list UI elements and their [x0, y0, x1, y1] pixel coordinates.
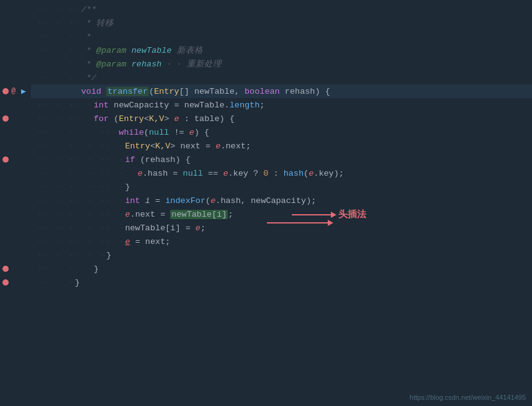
gutter-icon-11 [0, 139, 11, 153]
watermark: https://blog.csdn.net/weixin_44141495 [410, 394, 526, 401]
debug-arrow-column: ▶ [21, 0, 31, 406]
annotation-arrow-2 [267, 222, 329, 223]
code-line-19: ·· · ·· · ·} [31, 248, 532, 262]
gutter-icon-8 [0, 98, 11, 112]
code-line-10: ·· · ·· · ···while(null != e) { [31, 125, 532, 139]
code-line-17: ·· · ·· · ·· ·newTable[i] = e; [31, 221, 532, 235]
gutter-icon-15 [0, 194, 11, 207]
breakpoint-icon-2 [2, 115, 9, 122]
annotation-arrow-1: 头插法 [292, 209, 366, 220]
at-marker: @ [11, 84, 21, 98]
code-line-2: ·· · ·· * 转移 [31, 16, 532, 30]
gutter-icon-13 [0, 166, 11, 180]
code-line-4: ·· · ·· * @param newTable 新表格 [31, 43, 532, 57]
transfer-highlight: transfer [106, 87, 149, 96]
gutter-icon-7 [0, 84, 11, 98]
gutter-icon-12 [0, 153, 11, 166]
code-line-15: ·· · ·· · ·· ·int i = indexFor(e.hash, n… [31, 194, 532, 207]
gutter-icon-2 [0, 16, 11, 30]
gutter-icons [0, 0, 11, 406]
editor: @ ▶ [0, 0, 532, 406]
breakpoint-icon [2, 88, 9, 94]
code-line-12: ·· · ·· · ·· ·if (rehash) { [31, 153, 532, 166]
code-line-11: ·· · ·· · ·· ·Entry<K,V> next = e.next; [31, 139, 532, 153]
gutter-icon-6 [0, 71, 11, 84]
gutter-icon-3 [0, 30, 11, 43]
debug-arrow-marker: ▶ [21, 84, 31, 98]
code-line-14: ·· · ·· · ·· ·} [31, 180, 532, 194]
gutter-icon-5 [0, 57, 11, 71]
gutter-icon-10 [0, 125, 11, 139]
gutter-icon-14 [0, 180, 11, 194]
code-line-18: ·· · ·· · ·· ·e = next; [31, 235, 532, 248]
gutter-icon-18 [0, 235, 11, 248]
code-line-5: ·· · ·· * @param rehash · · 重新处理 [31, 57, 532, 71]
code-line-6: ·· · ·· */ [31, 71, 532, 84]
code-line-1: ·· · ··/** [31, 2, 532, 16]
at-marker-column: @ [11, 0, 21, 406]
code-line-13: ·· · ·· · ·· · ·e.hash = null == e.key ?… [31, 166, 532, 180]
gutter-icon-16 [0, 207, 11, 221]
gutter-icon-9 [0, 112, 11, 125]
gutter-icon-20 [0, 262, 11, 276]
gutter-icon-21 [0, 276, 11, 289]
code-line-7: ·· · ··void transfer(Entry[] newTable, b… [31, 84, 532, 98]
breakpoint-icon-5 [2, 279, 9, 286]
newtable-i-highlight: newTable[i] [170, 210, 228, 219]
annotation-text-1: 头插法 [338, 209, 366, 220]
gutter-icon-1 [0, 2, 11, 16]
code-line-9: ·· · ·· ·for (Entry<K,V> e : table) { [31, 112, 532, 125]
gutter-icon-17 [0, 221, 11, 235]
code-line-16: ·· · ·· · ·· ·e.next = newTable[i]; 头插法 [31, 207, 532, 221]
code-line-3: ·· · ·· * [31, 30, 532, 43]
gutter-icon-4 [0, 43, 11, 57]
gutter-icon-19 [0, 248, 11, 262]
breakpoint-icon-4 [2, 266, 9, 272]
code-line-21: ·· · ·} [31, 276, 532, 289]
breakpoint-icon-3 [2, 156, 9, 163]
code-line-8: ·· · ·· ·int newCapacity = newTable.leng… [31, 98, 532, 112]
code-line-20: ·· · ·· ·} [31, 262, 532, 276]
code-area: ·· · ··/** ·· · ·· * 转移 ·· · ·· * ·· · ·… [31, 0, 532, 406]
